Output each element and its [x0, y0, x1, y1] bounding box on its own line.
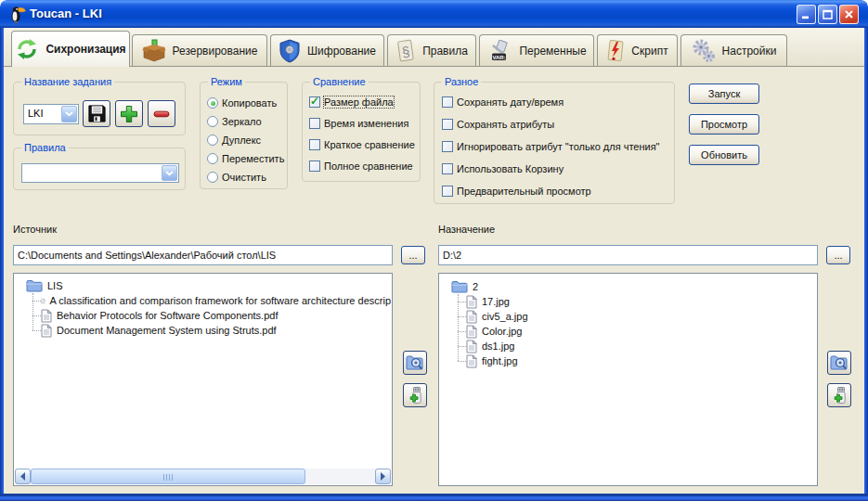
minimize-button[interactable]	[797, 5, 816, 24]
script-lightning-icon	[606, 39, 625, 63]
tab-strip-line	[4, 66, 864, 67]
title-bar	[0, 0, 868, 28]
checkbox-icon[interactable]	[442, 186, 453, 197]
destination-root-folder-row[interactable]: 2	[439, 279, 816, 294]
destination-add-drive-button[interactable]	[827, 383, 851, 407]
save-job-button[interactable]	[83, 100, 110, 127]
source-explore-button[interactable]	[403, 351, 427, 375]
close-button[interactable]	[839, 5, 859, 24]
source-file-row[interactable]: A classification and comparison framewor…	[14, 293, 391, 308]
misc-checkbox-keep-attributes[interactable]: Сохранять атрибуты	[442, 117, 554, 132]
tab-label: Настройки	[722, 45, 777, 58]
radio-icon[interactable]	[207, 116, 218, 127]
source-horizontal-scrollbar[interactable]	[15, 469, 391, 484]
tab-backup[interactable]: Резервирование	[132, 34, 267, 66]
tab-label: Скрипт	[631, 45, 667, 58]
window-border-bottom	[0, 494, 868, 501]
destination-file-row[interactable]: ds1.jpg	[439, 339, 816, 353]
checkbox-icon[interactable]	[309, 161, 320, 172]
source-file-row[interactable]: Behavior Protocols for Software Componen…	[14, 308, 391, 323]
tab-label: Переменные	[519, 45, 586, 58]
mode-radio-copy[interactable]: Копировать	[207, 96, 277, 110]
mode-radio-duplex[interactable]: Дуплекс	[207, 133, 261, 148]
backup-box-icon	[142, 39, 166, 63]
destination-file-row[interactable]: Color.jpg	[439, 324, 816, 339]
rules-paragraph-icon: §	[395, 39, 416, 63]
source-file-row[interactable]: Document Management System using Struts.…	[14, 323, 391, 338]
source-tree: LIS A classification and comparison fram…	[13, 273, 393, 486]
tab-encryption[interactable]: Шифрование	[270, 34, 384, 66]
job-name-value: LKI	[24, 105, 60, 123]
source-add-drive-button[interactable]	[403, 383, 427, 407]
scroll-right-button[interactable]	[375, 469, 391, 484]
destination-file-row[interactable]: 17.jpg	[439, 294, 816, 309]
file-icon	[466, 325, 477, 339]
compare-checkbox-mod-time[interactable]: Время изменения	[309, 116, 408, 131]
file-icon	[41, 324, 52, 338]
scroll-left-button[interactable]	[15, 469, 31, 484]
combo-dropdown-button[interactable]	[61, 106, 77, 122]
plus-icon	[120, 105, 138, 123]
destination-file-row[interactable]: fight.jpg	[439, 353, 816, 368]
scroll-thumb[interactable]	[31, 469, 305, 484]
misc-checkbox-ignore-readonly[interactable]: Игнорировать атрибут "только для чтения"	[442, 139, 660, 154]
tab-variables[interactable]: VAR: Переменные	[479, 34, 594, 66]
source-browse-button[interactable]: ...	[401, 246, 425, 264]
file-name: 17.jpg	[482, 296, 510, 307]
radio-icon[interactable]	[207, 135, 218, 146]
window-title: Toucan - LKI	[30, 0, 102, 28]
rules-combobox-group: Правила	[13, 148, 186, 190]
compare-checkbox-short[interactable]: Краткое сравнение	[309, 137, 415, 152]
misc-checkbox-preview[interactable]: Предварительный просмотр	[442, 184, 591, 199]
mode-group-title: Режим	[208, 75, 245, 89]
file-icon	[466, 310, 477, 324]
radio-icon[interactable]	[207, 153, 218, 164]
tab-script[interactable]: Скрипт	[597, 34, 678, 66]
shield-icon	[279, 39, 301, 63]
refresh-button[interactable]: Обновить	[689, 145, 759, 165]
mode-radio-clean[interactable]: Очистить	[207, 170, 266, 185]
checkbox-icon[interactable]	[442, 96, 453, 108]
source-root-folder-row[interactable]: LIS	[14, 278, 391, 293]
tab-synchronization[interactable]: Сихронизация	[11, 31, 130, 67]
rules-combobox[interactable]	[21, 163, 179, 183]
compare-checkbox-file-size[interactable]: ✓ Размер файла	[309, 95, 394, 109]
source-path-input[interactable]	[13, 245, 393, 265]
destination-browse-button[interactable]: ...	[826, 246, 850, 264]
checkbox-icon[interactable]	[442, 119, 453, 130]
checkbox-icon[interactable]	[309, 139, 320, 150]
file-icon	[41, 309, 52, 323]
mode-radio-mirror[interactable]: Зеркало	[207, 114, 262, 129]
arrow-left-icon	[19, 472, 26, 481]
checkbox-icon[interactable]	[442, 141, 453, 152]
misc-checkbox-keep-datetime[interactable]: Сохранять дату/время	[442, 95, 564, 109]
destination-file-row[interactable]: civ5_a.jpg	[439, 309, 816, 324]
misc-checkbox-recycle-bin[interactable]: Использовать Корзину	[442, 161, 564, 176]
checkbox-icon[interactable]	[309, 118, 320, 129]
tab-rules[interactable]: § Правила	[387, 34, 476, 66]
usb-add-icon	[831, 386, 848, 405]
refresh-button-label: Обновить	[701, 149, 747, 161]
job-name-combobox[interactable]: LKI	[23, 104, 79, 124]
destination-path-input[interactable]	[438, 245, 818, 265]
run-button[interactable]: Запуск	[689, 84, 759, 104]
file-icon	[466, 295, 477, 309]
radio-icon[interactable]	[207, 172, 218, 183]
variables-icon: VAR:	[486, 40, 512, 62]
checkbox-icon[interactable]	[442, 163, 453, 174]
destination-explore-button[interactable]	[827, 351, 851, 375]
combo-dropdown-button[interactable]	[162, 165, 177, 181]
compare-checkbox-full[interactable]: Полное сравнение	[309, 159, 413, 173]
tab-settings[interactable]: Настройки	[680, 34, 787, 66]
file-icon	[41, 294, 45, 308]
folder-name: LIS	[47, 280, 63, 291]
add-job-button[interactable]	[115, 100, 143, 127]
mode-radio-move[interactable]: Переместить	[207, 151, 284, 166]
maximize-icon	[823, 9, 833, 19]
maximize-button[interactable]	[818, 5, 837, 24]
remove-job-button[interactable]	[148, 100, 175, 127]
file-icon	[466, 354, 477, 368]
preview-button[interactable]: Просмотр	[689, 114, 759, 135]
radio-icon[interactable]	[207, 97, 218, 109]
checkbox-icon[interactable]: ✓	[309, 96, 320, 108]
